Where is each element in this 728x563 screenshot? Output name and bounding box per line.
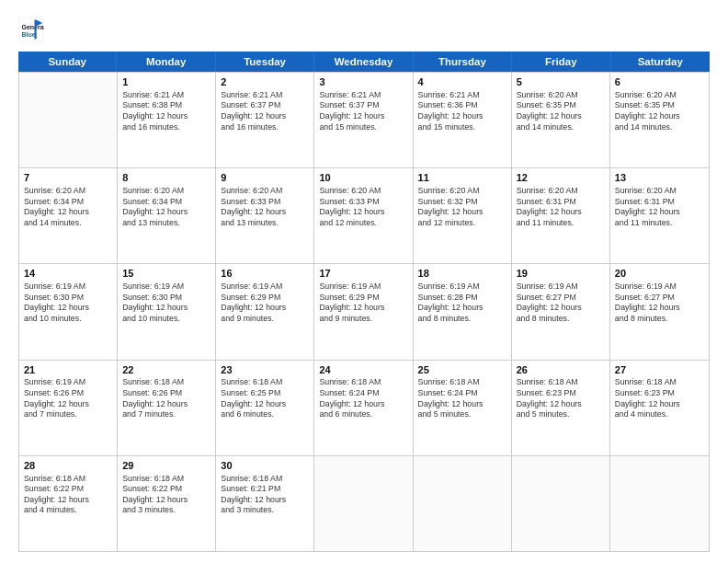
day-cell-4: 4Sunrise: 6:21 AM Sunset: 6:36 PM Daylig… [414,73,512,167]
day-number-13: 13 [615,171,704,185]
day-number-1: 1 [122,75,210,89]
logo: General Blue [18,17,48,42]
day-info-2: Sunrise: 6:21 AM Sunset: 6:37 PM Dayligh… [221,90,309,132]
day-cell-18: 18Sunrise: 6:19 AM Sunset: 6:28 PM Dayli… [414,264,512,359]
weekday-header-sunday: Sunday [18,52,117,72]
calendar-body: 1Sunrise: 6:21 AM Sunset: 6:38 PM Daylig… [18,72,710,552]
empty-cell [512,456,610,551]
weekday-header-saturday: Saturday [611,52,710,72]
day-number-15: 15 [122,267,210,281]
day-number-27: 27 [615,363,704,377]
day-info-8: Sunrise: 6:20 AM Sunset: 6:34 PM Dayligh… [122,186,210,228]
empty-cell [314,456,413,551]
empty-cell [19,73,118,167]
day-cell-11: 11Sunrise: 6:20 AM Sunset: 6:32 PM Dayli… [414,168,512,263]
day-cell-19: 19Sunrise: 6:19 AM Sunset: 6:27 PM Dayli… [512,264,610,359]
day-cell-26: 26Sunrise: 6:18 AM Sunset: 6:23 PM Dayli… [512,361,610,455]
day-number-7: 7 [24,171,112,185]
day-number-21: 21 [24,363,112,377]
weekday-header-wednesday: Wednesday [314,52,413,72]
day-number-19: 19 [517,267,605,281]
logo-icon: General Blue [18,17,44,42]
day-number-6: 6 [615,75,704,89]
calendar-row-2: 7Sunrise: 6:20 AM Sunset: 6:34 PM Daylig… [19,167,709,263]
page: General Blue SundayMondayTuesdayWednesda… [0,0,728,563]
day-number-20: 20 [615,267,704,281]
day-info-15: Sunrise: 6:19 AM Sunset: 6:30 PM Dayligh… [122,282,210,324]
calendar-row-1: 1Sunrise: 6:21 AM Sunset: 6:38 PM Daylig… [19,72,709,167]
day-info-27: Sunrise: 6:18 AM Sunset: 6:23 PM Dayligh… [615,377,704,419]
day-number-14: 14 [24,267,112,281]
day-cell-28: 28Sunrise: 6:18 AM Sunset: 6:22 PM Dayli… [19,456,118,551]
day-cell-27: 27Sunrise: 6:18 AM Sunset: 6:23 PM Dayli… [610,361,709,455]
day-cell-15: 15Sunrise: 6:19 AM Sunset: 6:30 PM Dayli… [118,264,216,359]
day-number-10: 10 [319,171,407,185]
day-cell-1: 1Sunrise: 6:21 AM Sunset: 6:38 PM Daylig… [118,73,216,167]
weekday-header-monday: Monday [117,52,215,72]
calendar: SundayMondayTuesdayWednesdayThursdayFrid… [18,52,710,552]
weekday-header-thursday: Thursday [414,52,512,72]
day-number-5: 5 [517,75,605,89]
day-info-7: Sunrise: 6:20 AM Sunset: 6:34 PM Dayligh… [24,186,112,228]
day-info-29: Sunrise: 6:18 AM Sunset: 6:22 PM Dayligh… [122,474,210,516]
day-cell-30: 30Sunrise: 6:18 AM Sunset: 6:21 PM Dayli… [216,456,314,551]
day-info-5: Sunrise: 6:20 AM Sunset: 6:35 PM Dayligh… [517,90,605,132]
day-info-30: Sunrise: 6:18 AM Sunset: 6:21 PM Dayligh… [221,474,309,516]
day-number-18: 18 [418,267,506,281]
day-number-26: 26 [517,363,605,377]
day-info-23: Sunrise: 6:18 AM Sunset: 6:25 PM Dayligh… [221,377,309,419]
day-info-18: Sunrise: 6:19 AM Sunset: 6:28 PM Dayligh… [418,282,506,324]
day-number-16: 16 [221,267,309,281]
empty-cell [414,456,512,551]
day-cell-22: 22Sunrise: 6:18 AM Sunset: 6:26 PM Dayli… [118,361,216,455]
day-info-3: Sunrise: 6:21 AM Sunset: 6:37 PM Dayligh… [319,90,407,132]
day-info-9: Sunrise: 6:20 AM Sunset: 6:33 PM Dayligh… [221,186,309,228]
day-number-24: 24 [319,363,407,377]
day-info-21: Sunrise: 6:19 AM Sunset: 6:26 PM Dayligh… [24,377,112,419]
calendar-row-3: 14Sunrise: 6:19 AM Sunset: 6:30 PM Dayli… [19,263,709,359]
day-number-28: 28 [24,459,112,473]
day-info-19: Sunrise: 6:19 AM Sunset: 6:27 PM Dayligh… [517,282,605,324]
day-number-8: 8 [122,171,210,185]
day-cell-29: 29Sunrise: 6:18 AM Sunset: 6:22 PM Dayli… [118,456,216,551]
day-info-20: Sunrise: 6:19 AM Sunset: 6:27 PM Dayligh… [615,282,704,324]
day-cell-24: 24Sunrise: 6:18 AM Sunset: 6:24 PM Dayli… [314,361,413,455]
day-info-12: Sunrise: 6:20 AM Sunset: 6:31 PM Dayligh… [517,186,605,228]
day-cell-6: 6Sunrise: 6:20 AM Sunset: 6:35 PM Daylig… [610,73,709,167]
day-info-11: Sunrise: 6:20 AM Sunset: 6:32 PM Dayligh… [418,186,506,228]
day-cell-3: 3Sunrise: 6:21 AM Sunset: 6:37 PM Daylig… [314,73,413,167]
day-number-17: 17 [319,267,407,281]
svg-rect-4 [35,20,37,40]
day-cell-21: 21Sunrise: 6:19 AM Sunset: 6:26 PM Dayli… [19,361,118,455]
day-cell-20: 20Sunrise: 6:19 AM Sunset: 6:27 PM Dayli… [610,264,709,359]
calendar-row-4: 21Sunrise: 6:19 AM Sunset: 6:26 PM Dayli… [19,360,709,455]
day-number-23: 23 [221,363,309,377]
day-number-29: 29 [122,459,210,473]
day-cell-9: 9Sunrise: 6:20 AM Sunset: 6:33 PM Daylig… [216,168,314,263]
day-info-24: Sunrise: 6:18 AM Sunset: 6:24 PM Dayligh… [319,377,407,419]
day-number-4: 4 [418,75,506,89]
svg-text:General: General [22,24,45,30]
day-info-1: Sunrise: 6:21 AM Sunset: 6:38 PM Dayligh… [122,90,210,132]
day-info-22: Sunrise: 6:18 AM Sunset: 6:26 PM Dayligh… [122,377,210,419]
day-cell-10: 10Sunrise: 6:20 AM Sunset: 6:33 PM Dayli… [314,168,413,263]
day-number-9: 9 [221,171,309,185]
day-cell-13: 13Sunrise: 6:20 AM Sunset: 6:31 PM Dayli… [610,168,709,263]
day-info-28: Sunrise: 6:18 AM Sunset: 6:22 PM Dayligh… [24,474,112,516]
day-cell-5: 5Sunrise: 6:20 AM Sunset: 6:35 PM Daylig… [512,73,610,167]
day-cell-12: 12Sunrise: 6:20 AM Sunset: 6:31 PM Dayli… [512,168,610,263]
day-number-25: 25 [418,363,506,377]
day-info-6: Sunrise: 6:20 AM Sunset: 6:35 PM Dayligh… [615,90,704,132]
day-cell-16: 16Sunrise: 6:19 AM Sunset: 6:29 PM Dayli… [216,264,314,359]
day-info-4: Sunrise: 6:21 AM Sunset: 6:36 PM Dayligh… [418,90,506,132]
day-cell-14: 14Sunrise: 6:19 AM Sunset: 6:30 PM Dayli… [19,264,118,359]
day-number-11: 11 [418,171,506,185]
day-info-26: Sunrise: 6:18 AM Sunset: 6:23 PM Dayligh… [517,377,605,419]
svg-text:Blue: Blue [22,31,36,38]
day-number-2: 2 [221,75,309,89]
day-info-16: Sunrise: 6:19 AM Sunset: 6:29 PM Dayligh… [221,282,309,324]
day-info-13: Sunrise: 6:20 AM Sunset: 6:31 PM Dayligh… [615,186,704,228]
day-cell-8: 8Sunrise: 6:20 AM Sunset: 6:34 PM Daylig… [118,168,216,263]
calendar-header: SundayMondayTuesdayWednesdayThursdayFrid… [18,52,710,72]
day-number-22: 22 [122,363,210,377]
